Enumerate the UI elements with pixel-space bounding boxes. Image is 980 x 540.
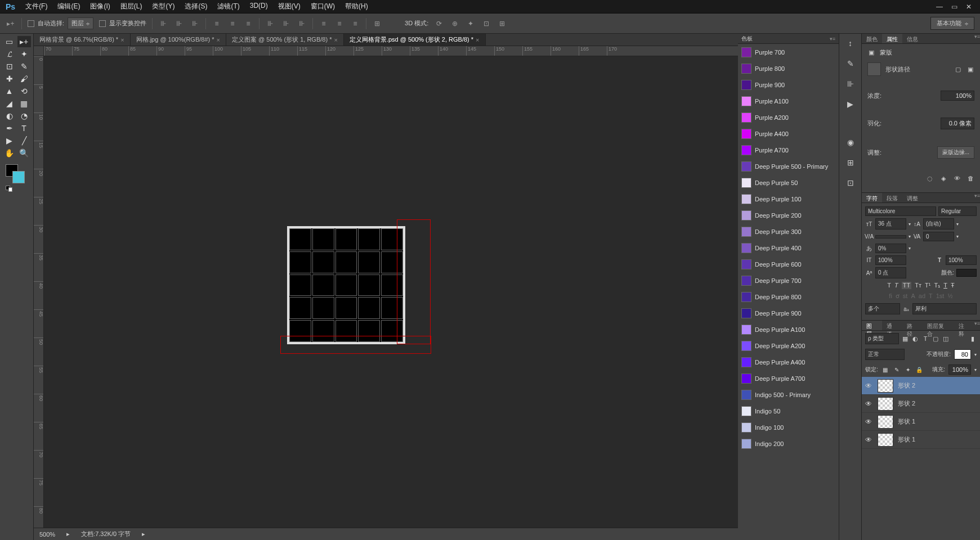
- swatch-item[interactable]: Deep Purple A100: [738, 321, 839, 338]
- filter-icon[interactable]: T: [921, 335, 929, 343]
- workspace-switcher[interactable]: 基本功能 ÷: [930, 17, 974, 30]
- mask-mode-icon[interactable]: ▢: [954, 65, 962, 73]
- swatch-item[interactable]: Deep Purple 200: [738, 207, 839, 223]
- tab-layers[interactable]: 图层: [862, 321, 882, 330]
- font-size-input[interactable]: 36 点: [875, 218, 906, 230]
- menu-item[interactable]: 窗口(W): [306, 1, 339, 12]
- filter-kind-select[interactable]: ρ 类型: [865, 333, 899, 344]
- baseline-input[interactable]: 0 点: [875, 267, 906, 278]
- layer-item[interactable]: 👁形状 1: [862, 413, 980, 431]
- swatch-item[interactable]: Deep Purple 900: [738, 305, 839, 321]
- layer-item[interactable]: 👁形状 1: [862, 431, 980, 449]
- swatch-item[interactable]: Purple 800: [738, 60, 839, 76]
- gradient-tool[interactable]: ▦: [17, 98, 31, 109]
- brush-icon[interactable]: ✎: [844, 57, 857, 70]
- swatch-item[interactable]: Deep Purple 50: [738, 174, 839, 191]
- swatch-item[interactable]: Purple A400: [738, 125, 839, 142]
- align-icon[interactable]: ⊪: [844, 78, 857, 90]
- font-family-select[interactable]: Multicolore: [865, 206, 936, 216]
- menu-item[interactable]: 滤镜(T): [213, 1, 244, 12]
- blur-tool[interactable]: ◐: [3, 110, 16, 122]
- ot-icon[interactable]: T: [929, 292, 933, 300]
- visibility-icon[interactable]: 👁: [865, 400, 873, 408]
- swatch-item[interactable]: Purple 900: [738, 76, 839, 93]
- ot-icon[interactable]: st: [903, 292, 908, 300]
- swatch-item[interactable]: Deep Purple 800: [738, 289, 839, 305]
- auto-align-icon[interactable]: ⊞: [372, 19, 382, 29]
- swatch-item[interactable]: Purple 700: [738, 44, 839, 60]
- panel-menu-icon[interactable]: ▾≡: [830, 36, 835, 42]
- lock-move-icon[interactable]: ✦: [904, 366, 912, 374]
- feather-input[interactable]: 0.0 像素: [941, 118, 974, 129]
- visibility-icon[interactable]: 👁: [865, 382, 873, 390]
- swatch-item[interactable]: Deep Purple 300: [738, 223, 839, 240]
- doc-tab[interactable]: 网格背景 @ 66.7%(RGB/8) *×: [34, 34, 131, 46]
- visibility-icon[interactable]: 👁: [865, 418, 873, 426]
- type-tool[interactable]: T: [17, 123, 31, 134]
- eraser-tool[interactable]: ◢: [3, 98, 16, 109]
- tab-comps[interactable]: 图层复合: [923, 321, 954, 330]
- font-style-select[interactable]: Regular: [938, 206, 977, 216]
- swatch-item[interactable]: Indigo 500 - Primary: [738, 386, 839, 403]
- distribute-icon[interactable]: ⊪: [265, 19, 275, 29]
- leading-input[interactable]: (自动): [923, 218, 954, 230]
- zoom-level[interactable]: 500%: [39, 531, 55, 538]
- move-tool[interactable]: ▸+: [17, 36, 31, 47]
- swatch-item[interactable]: Deep Purple A400: [738, 354, 839, 370]
- filter-toggle[interactable]: ▮: [969, 335, 977, 343]
- histogram-icon[interactable]: ⊡: [844, 177, 857, 189]
- show-transform-checkbox[interactable]: [99, 20, 106, 27]
- menu-item[interactable]: 类型(Y): [147, 1, 179, 12]
- circle-icon[interactable]: ◉: [844, 136, 857, 148]
- swatch-item[interactable]: Deep Purple A700: [738, 370, 839, 386]
- doc-tab[interactable]: 定义网格背景.psd @ 500% (形状 2, RGB/8) *×: [344, 34, 486, 46]
- 3d-icon[interactable]: ⊕: [450, 19, 460, 29]
- mask-edge-button[interactable]: 蒙版边缘...: [937, 146, 974, 159]
- caps-icon[interactable]: TT: [902, 282, 911, 289]
- scale-input[interactable]: 0%: [875, 244, 906, 253]
- align-icon[interactable]: ⊪: [190, 19, 200, 29]
- line-tool[interactable]: ╱: [17, 135, 31, 146]
- filter-icon[interactable]: ▦: [901, 335, 909, 343]
- swatch-item[interactable]: Deep Purple 700: [738, 272, 839, 289]
- aa-method-select[interactable]: 犀利: [912, 303, 977, 314]
- 3d-icon[interactable]: ✦: [466, 19, 476, 29]
- eye-icon[interactable]: 👁: [953, 174, 961, 182]
- tab-close-icon[interactable]: ×: [217, 37, 220, 43]
- menu-item[interactable]: 图层(L): [116, 1, 147, 12]
- tab-close-icon[interactable]: ×: [476, 37, 479, 43]
- mask-icon[interactable]: ◌: [926, 174, 934, 182]
- marquee-tool[interactable]: ▭: [3, 36, 16, 47]
- swatch-item[interactable]: Indigo 100: [738, 419, 839, 435]
- lasso-tool[interactable]: 𝓛: [3, 48, 16, 60]
- menu-item[interactable]: 3D(D): [245, 1, 272, 12]
- lang-select[interactable]: 多个: [865, 303, 900, 314]
- swatch-item[interactable]: Deep Purple A200: [738, 338, 839, 354]
- lock-brush-icon[interactable]: ✎: [893, 366, 901, 374]
- tab-paths[interactable]: 路径: [902, 321, 923, 330]
- ot-icon[interactable]: A: [911, 292, 915, 300]
- swatch-item[interactable]: Purple A100: [738, 93, 839, 109]
- ot-icon[interactable]: fi: [889, 292, 892, 300]
- measure-icon[interactable]: ⊞: [844, 156, 857, 169]
- menu-item[interactable]: 编辑(E): [53, 1, 84, 12]
- pen-tool[interactable]: ✒: [3, 123, 16, 134]
- swatch-item[interactable]: Indigo 200: [738, 435, 839, 452]
- layer-item[interactable]: 👁形状 2: [862, 395, 980, 413]
- wand-tool[interactable]: ✦: [17, 48, 31, 60]
- tracking-input[interactable]: 0: [923, 232, 954, 241]
- distribute-icon[interactable]: ≡: [334, 19, 344, 29]
- kerning-input[interactable]: [875, 235, 906, 238]
- chevron-icon[interactable]: ▸: [142, 530, 145, 538]
- swatch-item[interactable]: Purple A200: [738, 109, 839, 125]
- mask-mode-icon[interactable]: ▣: [966, 65, 974, 73]
- stamp-tool[interactable]: ▲: [3, 86, 16, 97]
- dock-icon[interactable]: ↕: [844, 37, 857, 50]
- ot-icon[interactable]: ad: [919, 292, 925, 300]
- history-brush-tool[interactable]: ⟲: [17, 86, 31, 97]
- ot-icon[interactable]: ½: [947, 292, 952, 300]
- chevron-icon[interactable]: ▸: [66, 530, 70, 538]
- distribute-icon[interactable]: ≡: [319, 19, 329, 29]
- panel-menu-icon[interactable]: ▾≡: [974, 193, 980, 202]
- menu-item[interactable]: 文件(F): [21, 1, 52, 12]
